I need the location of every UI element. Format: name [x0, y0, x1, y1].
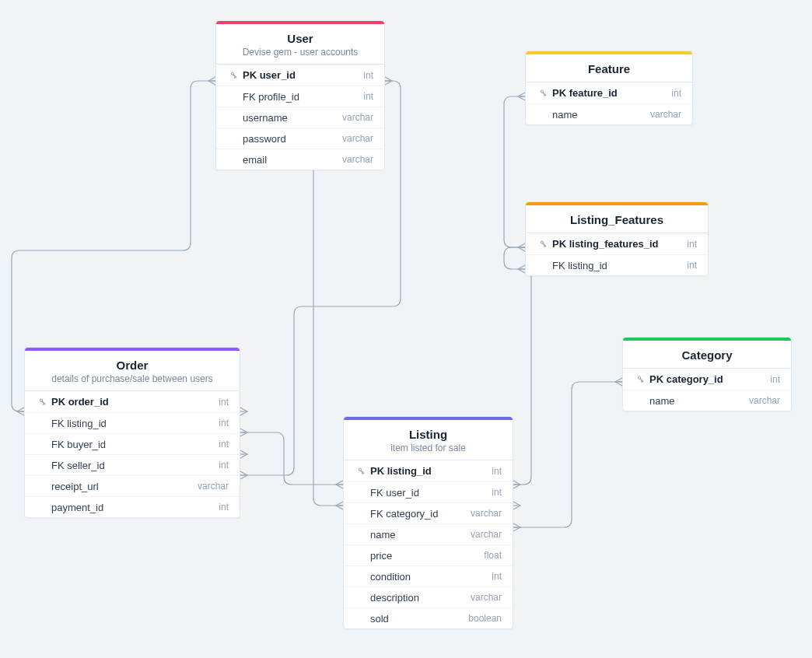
- entity-header: UserDevise gem - user accounts: [216, 24, 384, 65]
- entity-subtitle: item listed for sale: [355, 443, 502, 453]
- connector-endpoint: [513, 481, 520, 488]
- entity-columns: PK listing_features_idintFK listing_idin…: [526, 233, 708, 275]
- entity-header: Listingitem listed for sale: [344, 420, 513, 460]
- entity-category[interactable]: CategoryPK category_idintnamevarchar: [622, 337, 792, 411]
- column-type: varchar: [471, 592, 502, 603]
- entity-title: Listing: [355, 428, 502, 441]
- entity-header: Category: [623, 341, 791, 369]
- column-name: PK user_id: [243, 69, 354, 81]
- column-type: varchar: [342, 112, 373, 123]
- column-row[interactable]: FK listing_idint: [526, 254, 708, 275]
- entity-columns: PK listing_idintFK user_idintFK category…: [344, 460, 513, 628]
- entity-columns: PK category_idintnamevarchar: [623, 369, 791, 411]
- connector-endpoint: [240, 450, 247, 458]
- column-name: condition: [370, 571, 482, 583]
- connector-endpoint: [336, 502, 343, 509]
- column-row[interactable]: receipt_urlvarchar: [25, 475, 240, 496]
- entity-header: Orderdetails of purchase/sale between us…: [25, 351, 240, 391]
- column-row[interactable]: namevarchar: [526, 103, 692, 124]
- column-name: password: [243, 133, 333, 145]
- column-row[interactable]: FK profile_idint: [216, 86, 384, 107]
- entity-feature[interactable]: FeaturePK feature_idintnamevarchar: [525, 51, 693, 125]
- column-row[interactable]: emailvarchar: [216, 149, 384, 170]
- entity-header: Listing_Features: [526, 205, 708, 233]
- column-row[interactable]: namevarchar: [344, 523, 513, 544]
- column-row[interactable]: FK seller_idint: [25, 454, 240, 475]
- column-type: int: [687, 239, 697, 250]
- entity-listing[interactable]: Listingitem listed for salePK listing_id…: [343, 416, 513, 629]
- column-type: varchar: [471, 508, 502, 519]
- column-row[interactable]: PK user_idint: [216, 65, 384, 86]
- connector-endpoint: [240, 471, 247, 479]
- column-type: varchar: [342, 133, 373, 144]
- key-icon: [36, 397, 48, 407]
- key-icon: [227, 71, 240, 80]
- column-row[interactable]: PK feature_idint: [526, 82, 692, 103]
- column-type: varchar: [471, 529, 502, 540]
- column-name: description: [370, 592, 461, 604]
- column-row[interactable]: namevarchar: [623, 390, 791, 411]
- connector-endpoint: [518, 265, 525, 273]
- key-icon: [537, 89, 549, 98]
- column-row[interactable]: pricefloat: [344, 544, 513, 565]
- entity-columns: PK user_idintFK profile_idintusernamevar…: [216, 65, 384, 170]
- column-name: email: [243, 154, 333, 166]
- column-name: sold: [370, 613, 459, 625]
- column-type: int: [219, 418, 229, 429]
- column-row[interactable]: FK category_idvarchar: [344, 502, 513, 523]
- column-row[interactable]: PK listing_idint: [344, 460, 513, 481]
- column-type: int: [492, 466, 502, 477]
- entity-order[interactable]: Orderdetails of purchase/sale between us…: [24, 347, 240, 518]
- column-name: FK profile_id: [243, 91, 354, 103]
- column-row[interactable]: descriptionvarchar: [344, 586, 513, 607]
- column-name: PK category_id: [649, 373, 761, 385]
- entity-subtitle: details of purchase/sale between users: [36, 373, 229, 384]
- entity-header: Feature: [526, 54, 692, 82]
- column-type: varchar: [342, 154, 373, 165]
- column-row[interactable]: FK buyer_idint: [25, 433, 240, 454]
- column-name: receipt_url: [51, 481, 188, 492]
- connector-endpoint: [385, 77, 392, 85]
- column-name: PK order_id: [51, 396, 209, 408]
- column-row[interactable]: soldboolean: [344, 607, 513, 628]
- column-row[interactable]: payment_idint: [25, 496, 240, 517]
- entity-listing_features[interactable]: Listing_FeaturesPK listing_features_idin…: [525, 201, 709, 276]
- column-name: PK listing_features_id: [552, 238, 677, 250]
- connector-endpoint: [208, 77, 215, 85]
- entity-title: Listing_Features: [537, 213, 697, 226]
- column-name: price: [370, 550, 474, 562]
- entity-title: Feature: [537, 62, 681, 75]
- column-row[interactable]: usernamevarchar: [216, 107, 384, 128]
- column-row[interactable]: conditionint: [344, 565, 513, 586]
- column-type: int: [363, 91, 373, 102]
- key-icon: [355, 467, 367, 476]
- entity-columns: PK order_idintFK listing_idintFK buyer_i…: [25, 391, 240, 517]
- column-row[interactable]: PK order_idint: [25, 391, 240, 412]
- column-name: FK category_id: [370, 508, 461, 520]
- column-name: FK buyer_id: [51, 439, 209, 450]
- column-type: varchar: [198, 481, 229, 492]
- entity-user[interactable]: UserDevise gem - user accountsPK user_id…: [215, 20, 385, 170]
- connector-endpoint: [17, 408, 24, 415]
- column-type: int: [492, 571, 502, 582]
- column-name: FK listing_id: [51, 418, 209, 429]
- column-type: int: [687, 260, 697, 271]
- column-row[interactable]: PK listing_features_idint: [526, 233, 708, 254]
- column-name: name: [649, 395, 740, 407]
- column-row[interactable]: FK listing_idint: [25, 412, 240, 433]
- connector-endpoint: [240, 429, 247, 436]
- entity-subtitle: Devise gem - user accounts: [227, 47, 373, 58]
- connector-endpoint: [615, 378, 622, 386]
- connector-endpoint: [518, 93, 525, 100]
- connector-lf-feature: [504, 96, 525, 247]
- column-row[interactable]: FK user_idint: [344, 481, 513, 502]
- column-row[interactable]: PK category_idint: [623, 369, 791, 390]
- connector-listing-category: [513, 382, 622, 527]
- column-row[interactable]: passwordvarchar: [216, 128, 384, 149]
- connector-order-listing: [240, 432, 343, 485]
- column-type: int: [219, 397, 229, 408]
- column-name: username: [243, 112, 333, 124]
- column-type: varchar: [749, 395, 780, 406]
- column-name: PK listing_id: [370, 465, 482, 477]
- entity-title: Category: [634, 348, 780, 362]
